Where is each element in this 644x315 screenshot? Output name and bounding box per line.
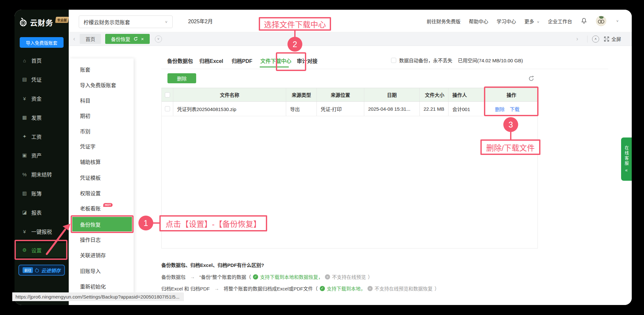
collapse-up-icon[interactable]: ∧ [592, 36, 599, 43]
submenu-item-reinit[interactable]: 重新初始化 [69, 280, 134, 293]
chevron-right-icon[interactable]: › [576, 36, 578, 42]
app-window: 云财务 专业版 导入免费版账套 ⌂ 首页 ▤ 凭证 ¥ 资金 ▦ 发票 ✦ 工资… [15, 10, 632, 305]
refresh-icon[interactable] [528, 75, 535, 82]
app-title: 云财务 [30, 17, 53, 28]
submenu-item-boss-view[interactable]: 老板看账 HOT [69, 202, 134, 215]
collapse-icon: « [625, 168, 628, 173]
divider [587, 36, 588, 43]
account-select[interactable]: 柠檬云财务示范账套 ∨ [79, 15, 173, 28]
sidebar-item-label: 设置 [31, 246, 42, 254]
chevron-down-icon[interactable]: ∨ [616, 19, 619, 23]
content-tab-download-center[interactable]: 文件下载中心 [260, 56, 291, 65]
submenu-item-voucher-word[interactable]: 凭证字 [69, 140, 134, 153]
account-name: 柠檬云财务示范账套 [84, 18, 130, 26]
submenu-item-permissions[interactable]: 权限设置 [69, 187, 134, 199]
online-service-tab[interactable]: 在线客服 « [621, 137, 632, 181]
asset-icon: ▣ [22, 152, 27, 158]
tab-backup-restore[interactable]: 备份恢复 × [105, 34, 150, 44]
link-learn-center[interactable]: 学习中心 [497, 18, 516, 25]
cell-operator: 会计001 [448, 102, 485, 116]
chevron-down-icon: ∨ [537, 20, 539, 24]
edition-badge: 专业版 [55, 17, 69, 23]
col-source-type: 来源类型 [286, 88, 317, 101]
auto-backup-label: 数据自动备份，永不丢失 [399, 57, 452, 64]
sidebar-item-settings[interactable]: ⚙ 设置 [15, 243, 69, 257]
online-service-label: 在线客服 [623, 146, 629, 166]
col-operator: 操作人 [448, 88, 485, 101]
submenu-item-opening[interactable]: 期初 [69, 109, 134, 122]
sidebar-item-label: 期末结转 [31, 170, 52, 178]
gear-icon: ⚙ [22, 247, 27, 253]
faq-section: 备份数据包、归档Excel、归档PDF有什么区别? 备份数据包 → “备份”整个… [161, 261, 439, 297]
submenu-item-import-free[interactable]: 导入免费版账套 [69, 78, 134, 91]
sidebar-item-funds[interactable]: ¥ 资金 [15, 91, 69, 106]
import-free-account-button[interactable]: 导入免费版账套 [20, 37, 64, 48]
cell-file-name: 凭证列表202504081530.zip [173, 102, 286, 116]
submenu-item-old-import[interactable]: 旧账导入 [69, 264, 134, 277]
submenu-item-link-inventory[interactable]: 关联进销存 [69, 249, 134, 261]
status-url-bar: https://jpro6.ningmengyun.com/Settings/B… [12, 292, 184, 301]
fullscreen-label[interactable]: 全屏 [611, 36, 621, 42]
submenu-item-voucher-template[interactable]: 凭证模板 [69, 171, 134, 184]
fullscreen-icon[interactable] [604, 36, 609, 42]
close-icon[interactable]: × [141, 36, 144, 42]
avatar[interactable] [596, 16, 606, 26]
cell-source-type: 导出 [286, 102, 317, 116]
sidebar-item-invoice[interactable]: ▦ 发票 [15, 110, 69, 125]
lemon-logo-icon [18, 17, 28, 27]
bell-icon[interactable] [580, 17, 588, 25]
content-tab-archive-pdf[interactable]: 归档PDF [232, 56, 252, 65]
content-tab-archive-excel[interactable]: 归档Excel [199, 56, 223, 65]
submenu-item-subjects[interactable]: 科目 [69, 94, 134, 107]
table-row: 凭证列表202504081530.zip 导出 凭证-打印 2025-04-08… [162, 102, 538, 116]
goto-inventory-button[interactable]: 前往 云进销存 [18, 265, 65, 276]
content-tab-audit[interactable]: 审计对接 [297, 56, 317, 65]
sidebar-item-carryover[interactable]: % 期末结转 [15, 167, 69, 181]
link-help-center[interactable]: 帮助中心 [469, 18, 488, 25]
sidebar-item-tax[interactable]: ¥ 一键报税 [15, 224, 69, 239]
link-enterprise-workspace[interactable]: 企业工作台 [548, 18, 572, 25]
check-circle-icon: ✓ [320, 286, 325, 291]
sidebar-item-label: 首页 [31, 56, 42, 64]
sidebar-item-books[interactable]: ▥ 账簿 [15, 186, 69, 200]
chevron-left-icon[interactable]: ‹ [73, 36, 75, 42]
link-free-version[interactable]: 前往财务免费版 [427, 18, 460, 25]
delete-link[interactable]: 删除 [495, 106, 505, 112]
more-menu[interactable]: 更多 ∨ [524, 18, 539, 25]
submenu-item-operation-log[interactable]: 操作日志 [69, 233, 134, 246]
period-label[interactable]: 2025年2月 [188, 10, 213, 32]
arrow-right-icon: → [190, 274, 195, 279]
submenu-item-aux-accounting[interactable]: 辅助核算 [69, 155, 134, 168]
topbar: 柠檬云财务示范账套 ∨ 2025年2月 前往财务免费版 帮助中心 学习中心 更多… [69, 10, 632, 32]
download-link[interactable]: 下载 [510, 106, 519, 112]
sidebar-item-voucher[interactable]: ▤ 凭证 [15, 72, 69, 86]
delete-button[interactable]: 删除 [167, 73, 196, 83]
carryover-icon: % [22, 172, 27, 177]
submenu-item-account-set[interactable]: 账套 [69, 63, 134, 76]
submenu-item-backup-restore[interactable]: 备份恢复 [72, 217, 132, 231]
sidebar: 云财务 专业版 导入免费版账套 ⌂ 首页 ▤ 凭证 ¥ 资金 ▦ 发票 ✦ 工资… [15, 10, 69, 305]
row-checkbox[interactable] [165, 106, 170, 111]
sidebar-item-home[interactable]: ⌂ 首页 [15, 53, 69, 67]
sidebar-item-label: 资金 [31, 95, 42, 102]
invoice-icon: ▦ [22, 115, 27, 120]
funds-icon: ¥ [22, 96, 27, 101]
content-tab-backup-package[interactable]: 备份数据包 [167, 56, 193, 65]
space-used-label: 已用空间(74.02 MB/10.00 GB) [458, 57, 523, 64]
sidebar-item-label: 账簿 [31, 189, 42, 197]
tax-icon: ¥ [22, 229, 27, 234]
select-all-checkbox[interactable] [165, 92, 170, 97]
books-icon: ▥ [22, 190, 27, 196]
lemon-mini-icon [35, 268, 39, 273]
sidebar-item-label: 凭证 [31, 76, 42, 83]
submenu-item-currency[interactable]: 币别 [69, 125, 134, 137]
goto-label: 前往 [23, 267, 33, 273]
auto-backup-checkbox[interactable] [391, 58, 396, 63]
sidebar-item-salary[interactable]: ✦ 工资 [15, 129, 69, 144]
sidebar-item-label: 报表 [31, 208, 42, 216]
refresh-icon[interactable] [133, 36, 138, 41]
tab-home[interactable]: 首页 [80, 34, 101, 44]
tab-list-dropdown-icon[interactable]: ∨ [155, 36, 162, 43]
sidebar-item-asset[interactable]: ▣ 资产 [15, 148, 69, 162]
sidebar-item-report[interactable]: ◪ 报表 [15, 205, 69, 219]
